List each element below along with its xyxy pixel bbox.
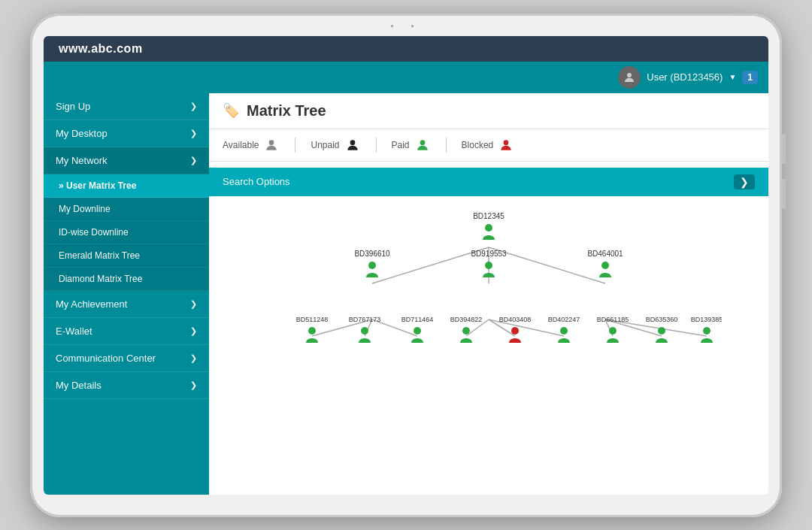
- svg-point-40: [658, 327, 665, 335]
- sidebar-item-e-wallet[interactable]: E-Wallet ❯: [44, 318, 209, 345]
- legend-blocked: Blocked: [462, 137, 515, 153]
- svg-point-26: [308, 327, 316, 335]
- search-options-bar[interactable]: Search Options ❯: [209, 168, 768, 196]
- svg-text:BD139385: BD139385: [691, 316, 722, 323]
- svg-text:BD12345: BD12345: [473, 212, 504, 220]
- sidebar-sub-id-wise-downline[interactable]: ID-wise Downline: [44, 221, 209, 244]
- legend-unpaid-icon: [344, 137, 361, 153]
- legend-unpaid: Unpaid: [311, 137, 360, 153]
- svg-text:BD919553: BD919553: [471, 250, 507, 258]
- legend-available-icon: [263, 137, 280, 153]
- svg-point-32: [462, 327, 470, 335]
- legend-divider-3: [446, 138, 447, 153]
- sidebar-sub-my-downline[interactable]: My Downline: [44, 198, 209, 221]
- svg-text:BD635360: BD635360: [646, 316, 678, 323]
- tree-node-bd402247[interactable]: BD402247: [548, 316, 580, 343]
- sidebar: Sign Up ❯ My Desktop ❯ My Network ❯ » Us…: [44, 93, 209, 495]
- sidebar-item-communication-center[interactable]: Communication Center ❯: [44, 345, 209, 372]
- legend-paid-label: Paid: [392, 140, 410, 150]
- tree-node-bd139385[interactable]: BD139385: [691, 316, 722, 343]
- sidebar-arrow-my-details: ❯: [190, 380, 197, 390]
- tablet-inner: www.abc.com User (BD123456) ▼ 1 Sign Up …: [44, 36, 768, 495]
- sidebar-sub-diamond-matrix-tree[interactable]: Diamond Matrix Tree: [44, 268, 209, 291]
- main-layout: Sign Up ❯ My Desktop ❯ My Network ❯ » Us…: [44, 93, 768, 495]
- legend: Available Unpaid Paid: [209, 129, 768, 162]
- svg-point-38: [609, 327, 617, 335]
- sidebar-label-communication-center: Communication Center: [56, 353, 156, 364]
- sidebar-arrow-communication-center: ❯: [190, 353, 197, 363]
- tree-node-root[interactable]: BD12345: [473, 212, 504, 240]
- svg-text:BD396610: BD396610: [354, 250, 390, 258]
- tree-node-bd661185[interactable]: BD661185: [597, 316, 629, 343]
- sidebar-arrow-my-achievement: ❯: [190, 299, 197, 309]
- search-options-label: Search Options: [223, 176, 290, 187]
- svg-point-2: [350, 140, 355, 145]
- svg-point-3: [420, 140, 425, 145]
- sidebar-arrow-my-network: ❯: [190, 156, 197, 165]
- sidebar-sub-user-matrix-tree[interactable]: » User Matrix Tree: [44, 174, 209, 198]
- svg-point-0: [627, 73, 632, 77]
- svg-text:BD767173: BD767173: [349, 316, 381, 323]
- legend-divider-2: [376, 138, 377, 153]
- header-username: User (BD123456): [647, 71, 723, 83]
- legend-paid: Paid: [392, 137, 431, 153]
- legend-paid-icon: [414, 137, 431, 153]
- svg-text:BD711464: BD711464: [401, 316, 434, 323]
- sidebar-label-sign-up: Sign Up: [56, 101, 90, 112]
- svg-text:BD403408: BD403408: [499, 316, 532, 323]
- sidebar-item-sign-up[interactable]: Sign Up ❯: [44, 93, 209, 120]
- page-title: Matrix Tree: [247, 102, 326, 120]
- svg-text:BD511248: BD511248: [296, 316, 329, 323]
- svg-point-30: [414, 327, 421, 335]
- svg-text:BD661185: BD661185: [597, 316, 629, 323]
- svg-text:BD402247: BD402247: [548, 316, 580, 323]
- search-options-arrow: ❯: [734, 174, 755, 189]
- legend-unpaid-label: Unpaid: [311, 140, 339, 150]
- tablet-frame: www.abc.com User (BD123456) ▼ 1 Sign Up …: [30, 14, 782, 517]
- sidebar-sub-emerald-matrix-tree[interactable]: Emerald Matrix Tree: [44, 244, 209, 268]
- svg-text:BD464001: BD464001: [587, 250, 623, 258]
- tree-node-bd767173[interactable]: BD767173: [349, 316, 381, 343]
- legend-available-label: Available: [223, 140, 259, 150]
- site-url: www.abc.com: [59, 42, 143, 55]
- svg-point-24: [601, 262, 609, 269]
- sidebar-label-my-desktop: My Desktop: [56, 128, 108, 139]
- legend-available: Available: [223, 137, 280, 153]
- tree-node-bd711464[interactable]: BD711464: [401, 316, 434, 343]
- header-notification-badge[interactable]: 1: [742, 71, 758, 84]
- legend-blocked-icon: [498, 137, 514, 153]
- tree-node-bd511248[interactable]: BD511248: [296, 316, 329, 343]
- tree-node-bd464001[interactable]: BD464001: [587, 250, 623, 277]
- svg-point-28: [361, 327, 368, 335]
- sidebar-item-my-achievement[interactable]: My Achievement ❯: [44, 291, 209, 318]
- legend-divider-1: [295, 138, 295, 153]
- legend-blocked-label: Blocked: [462, 140, 494, 150]
- svg-point-22: [485, 262, 492, 269]
- header: User (BD123456) ▼ 1: [44, 62, 768, 93]
- content-area: 🏷️ Matrix Tree Available Unpaid: [209, 93, 768, 495]
- svg-point-18: [485, 224, 492, 232]
- header-dropdown-arrow[interactable]: ▼: [729, 73, 736, 81]
- sidebar-item-my-network[interactable]: My Network ❯: [44, 147, 209, 174]
- header-avatar: [618, 66, 641, 89]
- sidebar-item-my-details[interactable]: My Details ❯: [44, 372, 209, 399]
- svg-point-34: [511, 327, 519, 335]
- sidebar-arrow-sign-up: ❯: [190, 101, 197, 111]
- page-header: 🏷️ Matrix Tree: [209, 93, 768, 129]
- sidebar-arrow-my-desktop: ❯: [190, 129, 197, 138]
- svg-point-20: [368, 262, 376, 269]
- top-bar: www.abc.com: [44, 36, 768, 62]
- sidebar-arrow-e-wallet: ❯: [190, 326, 197, 336]
- sidebar-item-my-desktop[interactable]: My Desktop ❯: [44, 120, 209, 147]
- svg-point-42: [703, 327, 710, 335]
- svg-point-1: [269, 140, 274, 145]
- tree-node-bd919553[interactable]: BD919553: [471, 250, 507, 277]
- sidebar-label-my-achievement: My Achievement: [56, 298, 127, 310]
- sidebar-label-my-details: My Details: [56, 380, 102, 391]
- tree-node-bd635360[interactable]: BD635360: [646, 316, 678, 343]
- tree-node-bd394822[interactable]: BD394822: [450, 316, 483, 343]
- tree-svg-wrap: BD12345 BD396610: [217, 208, 761, 381]
- tree-node-bd396610[interactable]: BD396610: [354, 250, 390, 277]
- sidebar-sub-network: » User Matrix Tree My Downline ID-wise D…: [44, 174, 209, 291]
- page-title-icon: 🏷️: [223, 102, 239, 119]
